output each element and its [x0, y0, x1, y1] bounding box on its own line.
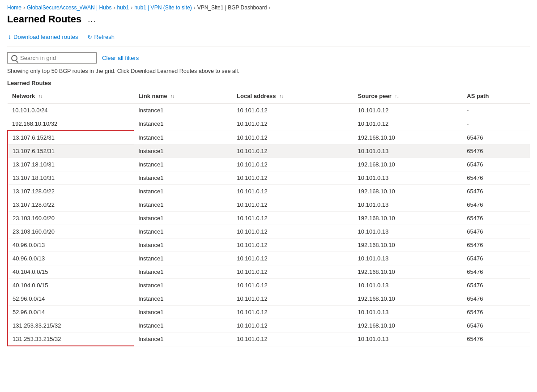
- table-body: 10.101.0.0/24Instance110.101.0.1210.101.…: [8, 103, 530, 346]
- table-row: 13.107.18.10/31Instance110.101.0.12192.1…: [8, 158, 530, 171]
- download-label: Download learned routes: [13, 34, 78, 40]
- cell-as-path: 65476: [462, 252, 530, 265]
- cell-network: 40.104.0.0/15: [8, 265, 134, 279]
- cell-local-address: 10.101.0.12: [232, 319, 353, 332]
- cell-source-peer: 10.101.0.13: [354, 306, 463, 319]
- cell-network: 131.253.33.215/32: [8, 319, 134, 332]
- cell-link-name: Instance1: [134, 131, 232, 145]
- col-local-address: Local address ↑↓: [232, 89, 353, 103]
- cell-link-name: Instance1: [134, 198, 232, 212]
- ellipsis-button[interactable]: ...: [85, 14, 98, 25]
- col-link-name: Link name ↑↓: [134, 89, 232, 103]
- cell-as-path: 65476: [462, 131, 530, 145]
- table-row: 13.107.6.152/31Instance110.101.0.1210.10…: [8, 145, 530, 158]
- sort-icon-local-address[interactable]: ↑↓: [279, 94, 283, 98]
- cell-local-address: 10.101.0.12: [232, 103, 353, 117]
- cell-local-address: 10.101.0.12: [232, 332, 353, 346]
- cell-network: 52.96.0.0/14: [8, 306, 134, 319]
- search-box: [7, 52, 97, 64]
- table-row: 13.107.128.0/22Instance110.101.0.12192.1…: [8, 185, 530, 198]
- cell-source-peer: 10.101.0.13: [354, 252, 463, 265]
- breadcrumb-vwan[interactable]: GlobalSecureAccess_vWAN | Hubs: [27, 4, 111, 11]
- table-row: 40.104.0.0/15Instance110.101.0.12192.168…: [8, 265, 530, 279]
- cell-network: 192.168.10.10/32: [8, 117, 134, 131]
- clear-filters-button[interactable]: Clear all filters: [102, 55, 139, 61]
- breadcrumb-sep-3: ›: [131, 4, 132, 11]
- sort-icon-link-name[interactable]: ↑↓: [170, 94, 175, 98]
- info-text: Showing only top 50 BGP routes in the gr…: [7, 68, 530, 74]
- cell-local-address: 10.101.0.12: [232, 292, 353, 306]
- cell-source-peer: 192.168.10.10: [354, 292, 463, 306]
- cell-network: 131.253.33.215/32: [8, 332, 134, 346]
- learned-routes-table: Network ↑↓ Link name ↑↓ Local address ↑↓…: [7, 89, 530, 346]
- cell-local-address: 10.101.0.12: [232, 198, 353, 212]
- cell-source-peer: 192.168.10.10: [354, 131, 463, 145]
- cell-as-path: 65476: [462, 171, 530, 185]
- cell-as-path: 65476: [462, 265, 530, 279]
- cell-link-name: Instance1: [134, 212, 232, 225]
- sort-icon-source-peer[interactable]: ↑↓: [395, 94, 399, 98]
- table-row: 131.253.33.215/32Instance110.101.0.1210.…: [8, 332, 530, 346]
- cell-source-peer: 10.101.0.13: [354, 198, 463, 212]
- refresh-button[interactable]: ↻ Refresh: [86, 32, 116, 42]
- cell-as-path: 65476: [462, 292, 530, 306]
- download-button[interactable]: ↓ Download learned routes: [7, 31, 79, 42]
- cell-source-peer: 192.168.10.10: [354, 185, 463, 198]
- cell-link-name: Instance1: [134, 239, 232, 252]
- cell-as-path: 65476: [462, 212, 530, 225]
- breadcrumb-vpn[interactable]: hub1 | VPN (Site to site): [134, 4, 192, 11]
- cell-link-name: Instance1: [134, 117, 232, 131]
- cell-network: 13.107.6.152/31: [8, 145, 134, 158]
- cell-network: 13.107.128.0/22: [8, 185, 134, 198]
- col-source-peer: Source peer ↑↓: [354, 89, 463, 103]
- table-row: 40.104.0.0/15Instance110.101.0.1210.101.…: [8, 279, 530, 292]
- table-row: 52.96.0.0/14Instance110.101.0.1210.101.0…: [8, 306, 530, 319]
- col-as-path: AS path: [462, 89, 530, 103]
- cell-network: 13.107.128.0/22: [8, 198, 134, 212]
- breadcrumb: Home › GlobalSecureAccess_vWAN | Hubs › …: [0, 0, 537, 13]
- table-row: 192.168.10.10/32Instance110.101.0.1210.1…: [8, 117, 530, 131]
- breadcrumb-hub1[interactable]: hub1: [117, 4, 129, 11]
- cell-link-name: Instance1: [134, 225, 232, 239]
- breadcrumb-sep-1: ›: [23, 4, 25, 11]
- cell-source-peer: 10.101.0.12: [354, 117, 463, 131]
- table-row: 52.96.0.0/14Instance110.101.0.12192.168.…: [8, 292, 530, 306]
- cell-network: 13.107.18.10/31: [8, 158, 134, 171]
- toolbar: ↓ Download learned routes ↻ Refresh: [7, 31, 530, 47]
- download-icon: ↓: [8, 33, 11, 40]
- cell-network: 40.96.0.0/13: [8, 252, 134, 265]
- cell-local-address: 10.101.0.12: [232, 131, 353, 145]
- cell-as-path: -: [462, 117, 530, 131]
- table-header: Network ↑↓ Link name ↑↓ Local address ↑↓…: [8, 89, 530, 103]
- cell-source-peer: 10.101.0.13: [354, 279, 463, 292]
- breadcrumb-home[interactable]: Home: [7, 4, 21, 11]
- cell-local-address: 10.101.0.12: [232, 239, 353, 252]
- cell-network: 40.104.0.0/15: [8, 279, 134, 292]
- section-label: Learned Routes: [7, 80, 530, 86]
- cell-as-path: -: [462, 103, 530, 117]
- table-row: 13.107.128.0/22Instance110.101.0.1210.10…: [8, 198, 530, 212]
- search-input[interactable]: [20, 55, 93, 61]
- page-title: Learned Routes: [7, 13, 81, 25]
- cell-link-name: Instance1: [134, 279, 232, 292]
- cell-as-path: 65476: [462, 198, 530, 212]
- cell-link-name: Instance1: [134, 171, 232, 185]
- cell-network: 13.107.18.10/31: [8, 171, 134, 185]
- cell-link-name: Instance1: [134, 103, 232, 117]
- table-row: 13.107.18.10/31Instance110.101.0.1210.10…: [8, 171, 530, 185]
- cell-local-address: 10.101.0.12: [232, 279, 353, 292]
- breadcrumb-current: VPN_Site1 | BGP Dashboard: [197, 4, 267, 11]
- main-content: Learned Routes ... ↓ Download learned ro…: [0, 13, 537, 354]
- cell-as-path: 65476: [462, 279, 530, 292]
- cell-link-name: Instance1: [134, 145, 232, 158]
- cell-link-name: Instance1: [134, 265, 232, 279]
- cell-local-address: 10.101.0.12: [232, 225, 353, 239]
- cell-local-address: 10.101.0.12: [232, 117, 353, 131]
- breadcrumb-sep-2: ›: [113, 4, 115, 11]
- cell-source-peer: 192.168.10.10: [354, 265, 463, 279]
- cell-network: 40.96.0.0/13: [8, 239, 134, 252]
- cell-source-peer: 192.168.10.10: [354, 319, 463, 332]
- sort-icon-network[interactable]: ↑↓: [38, 94, 43, 98]
- search-icon: [11, 55, 17, 61]
- col-network: Network ↑↓: [8, 89, 134, 103]
